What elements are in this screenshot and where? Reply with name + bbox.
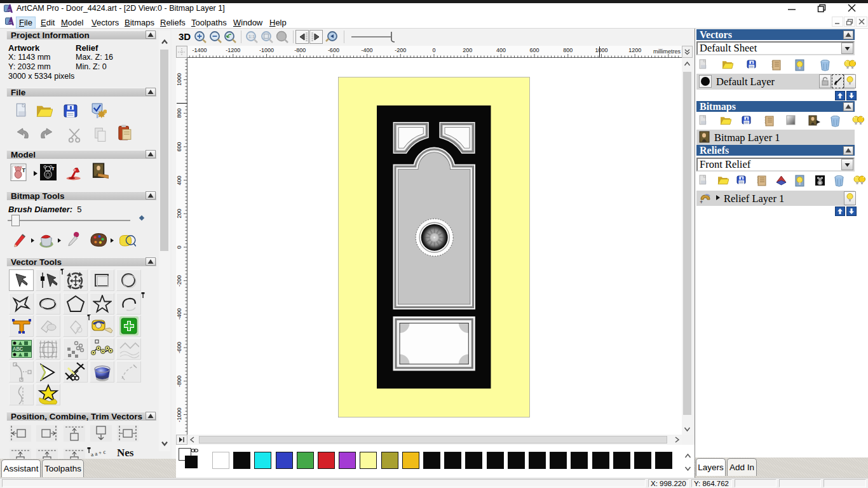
svg-text:Nes: Nes bbox=[117, 447, 134, 459]
svg-text:ABC: ABC bbox=[13, 346, 24, 353]
svg-text:T: T bbox=[51, 166, 55, 172]
svg-text:1:1: 1:1 bbox=[248, 34, 255, 39]
svg-text:T: T bbox=[22, 167, 26, 173]
svg-text:+: + bbox=[700, 199, 703, 205]
svg-text:a a + c: a a + c bbox=[90, 449, 106, 458]
